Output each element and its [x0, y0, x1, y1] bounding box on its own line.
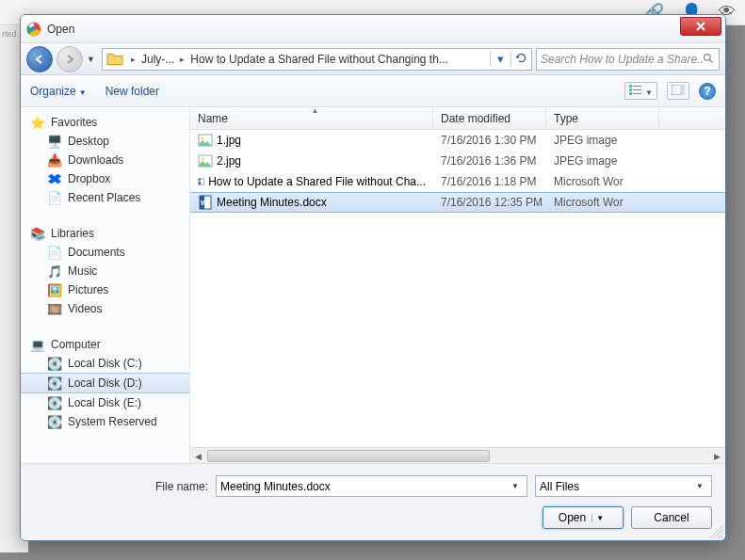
dropbox-icon	[47, 171, 62, 186]
scroll-left-button[interactable]: ◀	[190, 448, 206, 463]
breadcrumb-segment[interactable]: How to Update a Shared File without Chan…	[188, 53, 450, 66]
forward-button[interactable]	[57, 46, 83, 72]
folder-icon	[106, 51, 123, 68]
libraries-icon: 📚	[30, 226, 45, 241]
close-button[interactable]	[680, 17, 721, 36]
svg-rect-8	[633, 93, 641, 94]
history-dropdown[interactable]: ▼	[87, 55, 98, 64]
column-headers: Name ▲ Date modified Type	[190, 107, 725, 130]
open-file-dialog: Open ▼ ▸ July-... ▸ How to Update a Shar…	[20, 14, 726, 541]
view-icon	[629, 85, 642, 95]
star-icon: ⭐	[30, 115, 45, 130]
scrollbar-thumb[interactable]	[207, 450, 490, 462]
file-type-cell: JPEG image	[546, 134, 659, 147]
drive-icon: 💽	[47, 356, 62, 371]
breadcrumb-dropdown[interactable]: ▾	[490, 52, 510, 66]
desktop-icon: 🖥️	[47, 134, 62, 149]
file-row[interactable]: WHow to Update a Shared File without Cha…	[190, 171, 725, 192]
sidebar-item-desktop[interactable]: 🖥️Desktop	[21, 132, 189, 151]
new-folder-button[interactable]: New folder	[105, 85, 159, 98]
recent-icon: 📄	[47, 190, 62, 205]
svg-text:W: W	[201, 200, 207, 206]
back-button[interactable]	[26, 46, 53, 72]
scroll-right-button[interactable]: ▶	[709, 448, 725, 463]
svg-rect-3	[629, 85, 632, 88]
file-list-view: Name ▲ Date modified Type 1.jpg7/16/2016…	[190, 107, 725, 463]
address-bar[interactable]: ▸ July-... ▸ How to Update a Shared File…	[102, 48, 532, 71]
libraries-group[interactable]: 📚 Libraries	[21, 224, 189, 243]
svg-rect-10	[680, 85, 685, 95]
svg-rect-6	[633, 89, 641, 90]
file-date-cell: 7/16/2016 1:36 PM	[433, 154, 546, 168]
refresh-icon	[515, 52, 527, 64]
help-button[interactable]: ?	[699, 83, 716, 100]
sidebar-item-documents[interactable]: 📄Documents	[21, 243, 189, 262]
organize-menu[interactable]: Organize▼	[30, 85, 87, 98]
downloads-icon: 📥	[47, 152, 62, 168]
resize-grip[interactable]	[710, 525, 723, 538]
filetype-filter[interactable]: All Files ▼	[535, 475, 712, 497]
sidebar-item-drive-d[interactable]: 💽Local Disk (D:)	[21, 373, 189, 393]
horizontal-scrollbar[interactable]: ◀ ▶	[190, 447, 725, 463]
sidebar-splitter[interactable]	[186, 107, 189, 463]
file-name-cell: 2.jpg	[190, 153, 433, 168]
file-date-cell: 7/16/2016 12:35 PM	[433, 196, 546, 209]
file-name-cell: 1.jpg	[190, 133, 433, 148]
drive-icon: 💽	[47, 395, 62, 410]
arrow-right-icon	[64, 54, 75, 65]
open-button[interactable]: Open▼	[543, 506, 624, 529]
sidebar-item-drive-c[interactable]: 💽Local Disk (C:)	[21, 354, 189, 373]
filename-dropdown[interactable]: ▼	[508, 482, 523, 490]
computer-icon: 💻	[30, 337, 45, 352]
svg-text:W: W	[199, 180, 202, 184]
music-icon: 🎵	[47, 264, 62, 279]
dialog-footer: File name: ▼ All Files ▼ Open▼ Cancel	[21, 463, 725, 540]
search-icon	[703, 53, 715, 65]
search-input[interactable]: Search How to Update a Share...	[536, 48, 720, 71]
breadcrumb-segment[interactable]: July-...	[139, 53, 176, 66]
preview-pane-button[interactable]	[667, 82, 689, 100]
file-row[interactable]: 2.jpg7/16/2016 1:36 PMJPEG image	[190, 151, 725, 171]
filename-label: File name:	[34, 480, 208, 493]
arrow-left-icon	[34, 54, 45, 65]
sort-ascending-icon: ▲	[312, 107, 319, 115]
sidebar-item-recent[interactable]: 📄Recent Places	[21, 188, 189, 207]
navigation-bar: ▼ ▸ July-... ▸ How to Update a Shared Fi…	[21, 43, 725, 75]
command-bar: Organize▼ New folder ▼ ?	[21, 75, 725, 107]
dialog-title: Open	[47, 23, 74, 36]
file-row[interactable]: 1.jpg7/16/2016 1:30 PMJPEG image	[190, 130, 725, 151]
drive-icon: 💽	[47, 414, 62, 429]
sidebar-item-pictures[interactable]: 🖼️Pictures	[21, 280, 189, 299]
svg-point-14	[202, 158, 204, 161]
drive-icon: 💽	[47, 376, 62, 391]
column-type[interactable]: Type	[546, 107, 659, 129]
chevron-right-icon[interactable]: ▸	[127, 55, 139, 64]
file-rows: 1.jpg7/16/2016 1:30 PMJPEG image2.jpg7/1…	[190, 130, 725, 447]
sidebar-item-videos[interactable]: 🎞️Videos	[21, 299, 189, 318]
search-placeholder: Search How to Update a Share...	[541, 53, 703, 66]
column-name[interactable]: Name ▲	[190, 107, 433, 129]
column-date-modified[interactable]: Date modified	[433, 107, 546, 129]
file-type-cell: Microsoft Wor	[546, 175, 659, 188]
sidebar-item-drive-e[interactable]: 💽Local Disk (E:)	[21, 393, 189, 412]
close-icon	[696, 22, 705, 31]
file-type-cell: JPEG image	[546, 154, 659, 168]
sidebar-item-dropbox[interactable]: Dropbox	[21, 169, 189, 188]
cancel-button[interactable]: Cancel	[631, 506, 712, 529]
sidebar-item-music[interactable]: 🎵Music	[21, 262, 189, 280]
filename-input[interactable]: ▼	[216, 475, 527, 497]
chevron-right-icon[interactable]: ▸	[176, 55, 188, 64]
computer-group[interactable]: 💻 Computer	[21, 335, 189, 354]
refresh-button[interactable]	[510, 52, 531, 67]
view-options-button[interactable]: ▼	[624, 82, 657, 100]
sidebar-item-downloads[interactable]: 📥Downloads	[21, 151, 189, 169]
open-split-dropdown[interactable]: ▼	[591, 514, 607, 522]
chrome-icon	[26, 22, 41, 37]
sidebar-item-system-reserved[interactable]: 💽System Reserved	[21, 412, 189, 431]
favorites-group[interactable]: ⭐ Favorites	[21, 113, 189, 132]
svg-rect-5	[629, 88, 632, 91]
filename-field[interactable]	[220, 480, 508, 493]
file-row[interactable]: WMeeting Minutes.docx7/16/2016 12:35 PMM…	[190, 192, 725, 213]
preview-pane-icon	[672, 85, 685, 95]
titlebar[interactable]: Open	[21, 15, 725, 43]
